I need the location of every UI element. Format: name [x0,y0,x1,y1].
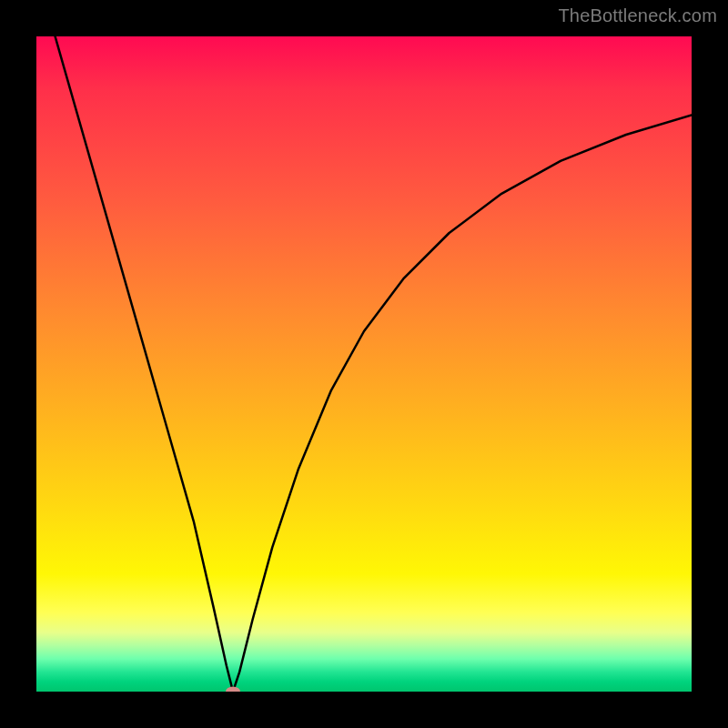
bottleneck-curve [36,36,692,692]
plot-area [36,36,692,692]
watermark-text: TheBottleneck.com [558,5,717,26]
chart-frame: TheBottleneck.com [0,0,728,728]
optimum-marker-icon [226,687,240,693]
